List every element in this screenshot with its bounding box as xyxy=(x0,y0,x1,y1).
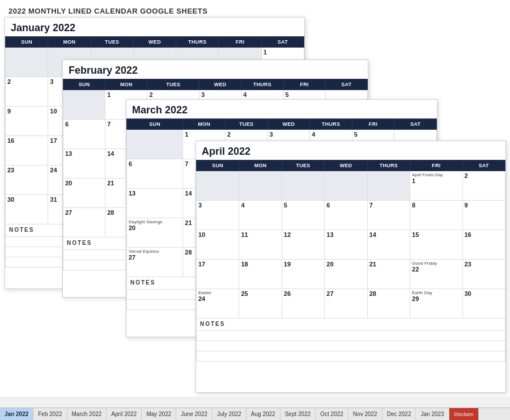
table-row: 17 18 19 20 21 Good Friday 22 23 xyxy=(197,260,505,289)
february-title: February 2022 xyxy=(63,60,368,79)
tab-march-2022[interactable]: March 2022 xyxy=(67,408,107,420)
tab-april-2022[interactable]: April 2022 xyxy=(107,408,142,420)
january-title: January 2022 xyxy=(5,18,304,36)
main-area: 2022 MONTHLY LINED CALENDAR GOOGLE SHEET… xyxy=(0,0,510,397)
tab-july-2022[interactable]: July 2022 xyxy=(212,408,246,420)
notes-row: NOTES xyxy=(197,319,505,331)
tab-nov-2022[interactable]: Nov 2022 xyxy=(348,408,382,420)
april-calendar: April 2022 SUN MON TUES WED THURS FRI SA… xyxy=(196,141,506,393)
tab-oct-2022[interactable]: Oct 2022 xyxy=(316,408,348,420)
tab-jan-2023[interactable]: Jan 2023 xyxy=(416,408,449,420)
table-row: April Fools Day 1 2 xyxy=(197,171,505,201)
tab-jan-2022[interactable]: Jan 2022 xyxy=(0,408,33,420)
april-grid: SUN MON TUES WED THURS FRI SAT xyxy=(196,160,505,362)
tab-bar: Jan 2022 Feb 2022 March 2022 April 2022 … xyxy=(0,408,510,420)
april-title: April 2022 xyxy=(196,141,505,160)
tab-june-2022[interactable]: June 2022 xyxy=(176,408,212,420)
tab-aug-2022[interactable]: Aug 2022 xyxy=(246,408,280,420)
table-row: Easter 24 25 26 27 28 Earth Day 29 30 xyxy=(197,289,505,319)
tab-sept-2022[interactable]: Sept 2022 xyxy=(280,408,316,420)
table-row: 3 4 5 6 7 8 9 xyxy=(197,201,505,230)
tab-may-2022[interactable]: May 2022 xyxy=(142,408,176,420)
tab-dec-2022[interactable]: Dec 2022 xyxy=(382,408,416,420)
table-row: 10 11 12 13 14 15 16 xyxy=(197,230,505,260)
tab-feb-2022[interactable]: Feb 2022 xyxy=(33,408,67,420)
page-title: 2022 MONTHLY LINED CALENDAR GOOGLE SHEET… xyxy=(8,7,502,15)
tab-disclaimer[interactable]: Disclaim xyxy=(449,408,479,420)
march-title: March 2022 xyxy=(126,100,437,118)
